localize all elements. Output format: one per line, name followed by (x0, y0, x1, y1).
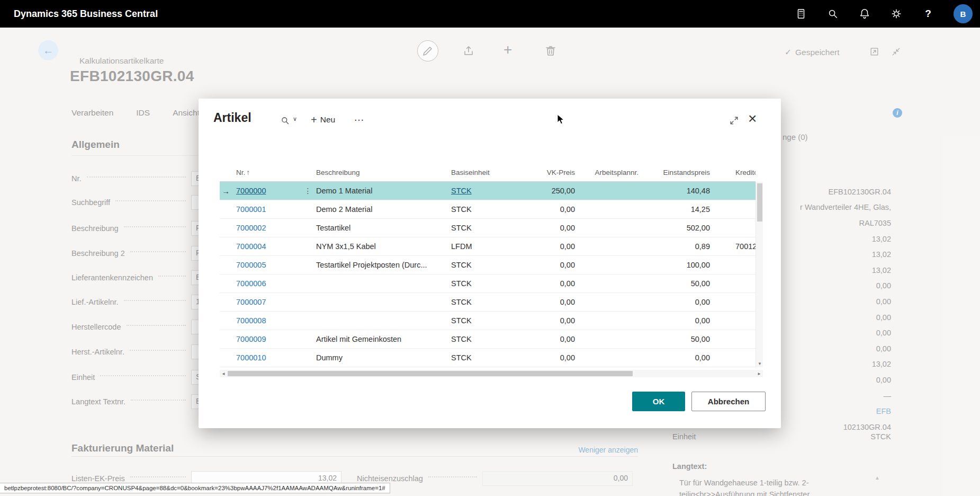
user-avatar[interactable]: B (954, 4, 973, 23)
search-chevron-down-icon[interactable]: ∨ (293, 116, 297, 122)
table-row[interactable]: 7000007 STCK 0,00 0,00 (220, 293, 756, 312)
column-header-kreditoren[interactable]: Kreditoren (713, 169, 756, 176)
cell-vk-preis: 0,00 (525, 224, 578, 232)
ellipsis-glyph: … (354, 111, 365, 123)
expand-icon (729, 116, 739, 126)
chevron-glyph: ∨ (293, 116, 297, 122)
table-header-row: Nr.↑ Beschreibung Basiseinheit VK-Preis … (220, 163, 756, 182)
row-selector-icon: → (220, 187, 233, 196)
table-row[interactable]: 7000009 Artikel mit Gemeinkosten STCK 0,… (220, 330, 756, 349)
item-number-link[interactable]: 7000007 (236, 298, 266, 306)
cell-basiseinheit: STCK (448, 335, 525, 343)
calculator-icon[interactable] (795, 7, 807, 20)
horizontal-scrollbar[interactable]: ◄ ► (220, 370, 763, 377)
cell-vk-preis: 0,00 (525, 205, 578, 214)
cell-einstandspreis: 0,00 (642, 353, 713, 362)
item-number-link[interactable]: 7000001 (236, 205, 266, 214)
plus-icon: + (311, 114, 317, 125)
table-row[interactable]: 7000006 STCK 0,00 50,00 (220, 274, 756, 293)
item-number-link[interactable]: 7000005 (236, 261, 266, 269)
cell-einstandspreis: 50,00 (642, 279, 713, 288)
expand-dialog-button[interactable] (727, 113, 741, 127)
cancel-button[interactable]: Abbrechen (691, 392, 766, 411)
search-icon (280, 116, 290, 126)
cell-vk-preis: 0,00 (525, 335, 578, 343)
column-header-einstandspreis[interactable]: Einstandspreis (642, 169, 713, 176)
cell-vk-preis: 250,00 (525, 187, 578, 195)
cell-basiseinheit: STCK (448, 261, 525, 269)
close-icon: × (748, 110, 757, 127)
cell-einstandspreis: 100,00 (642, 261, 713, 269)
table-row[interactable]: 7000010 Dummy STCK 0,00 0,00 (220, 349, 756, 367)
cell-beschreibung: Artikel mit Gemeinkosten (313, 335, 448, 343)
column-header-beschreibung[interactable]: Beschreibung (313, 169, 448, 176)
close-dialog-button[interactable]: × (748, 110, 757, 127)
cell-beschreibung: Testartikel Projektposten (Durc... (313, 261, 448, 269)
notifications-bell-icon[interactable] (858, 7, 871, 20)
cell-einstandspreis: 14,25 (642, 205, 713, 214)
items-table: Nr.↑ Beschreibung Basiseinheit VK-Preis … (220, 163, 756, 367)
dialog-title: Artikel (213, 111, 251, 125)
table-row[interactable]: 7000002 Testartikel STCK 0,00 502,00 (220, 219, 756, 237)
column-header-arbeitsplannr[interactable]: Arbeitsplannr. (578, 169, 642, 176)
item-number-link[interactable]: 7000006 (236, 279, 266, 288)
cell-einstandspreis: 50,00 (642, 335, 713, 343)
cell-vk-preis: 0,00 (525, 261, 578, 269)
cell-beschreibung: NYM 3x1,5 Kabel (313, 242, 448, 251)
table-row[interactable]: 7000004 NYM 3x1,5 Kabel LFDM 0,00 0,89 7… (220, 237, 756, 256)
table-row-selected[interactable]: → 7000000 ⋮ Demo 1 Material STCK 250,00 … (220, 182, 756, 200)
top-navigation-bar: Dynamics 365 Business Central ? B (0, 0, 980, 28)
cell-einstandspreis: 0,89 (642, 242, 713, 251)
item-number-link[interactable]: 7000002 (236, 224, 266, 232)
cell-basiseinheit: STCK (448, 205, 525, 214)
dialog-search-button[interactable] (278, 113, 292, 127)
scroll-right-icon[interactable]: ► (756, 371, 763, 376)
row-options-icon[interactable]: ⋮ (300, 187, 313, 195)
cell-basiseinheit: STCK (448, 224, 525, 232)
item-number-link[interactable]: 7000008 (236, 316, 266, 325)
new-label: Neu (320, 115, 335, 125)
cell-einstandspreis: 502,00 (642, 224, 713, 232)
horizontal-scrollbar-thumb[interactable] (228, 371, 633, 376)
scroll-left-icon[interactable]: ◄ (220, 371, 227, 376)
artikel-lookup-dialog: Artikel ∨ + Neu … × Nr.↑ Beschreibung Ba… (199, 99, 781, 428)
cell-vk-preis: 0,00 (525, 316, 578, 325)
item-number-link[interactable]: 7000010 (236, 353, 266, 362)
application-window: Dynamics 365 Business Central ? B ← Kalk… (0, 0, 980, 496)
cell-vk-preis: 0,00 (525, 298, 578, 306)
cell-basiseinheit-link[interactable]: STCK (451, 187, 472, 195)
table-row[interactable]: 7000001 Demo 2 Material STCK 0,00 14,25 (220, 200, 756, 219)
cell-basiseinheit: LFDM (448, 242, 525, 251)
cell-basiseinheit: STCK (448, 353, 525, 362)
search-icon[interactable] (826, 7, 839, 20)
cell-beschreibung: Testartikel (313, 224, 448, 232)
table-row[interactable]: 7000008 STCK 0,00 0,00 (220, 312, 756, 330)
column-header-nr[interactable]: Nr.↑ (233, 169, 300, 176)
cell-beschreibung: Dummy (313, 353, 448, 362)
dialog-new-button[interactable]: + Neu (311, 114, 335, 125)
cell-kreditor: 70012 (713, 242, 756, 251)
ok-button[interactable]: OK (632, 392, 685, 411)
cell-vk-preis: 0,00 (525, 279, 578, 288)
sort-ascending-icon: ↑ (246, 169, 250, 176)
column-header-basiseinheit[interactable]: Basiseinheit (448, 169, 525, 176)
column-header-vk-preis[interactable]: VK-Preis (525, 169, 578, 176)
help-icon[interactable]: ? (922, 7, 934, 20)
cell-basiseinheit: STCK (448, 316, 525, 325)
cell-vk-preis: 0,00 (525, 353, 578, 362)
item-number-link[interactable]: 7000004 (236, 242, 266, 251)
cell-basiseinheit: STCK (448, 279, 525, 288)
cell-vk-preis: 0,00 (525, 242, 578, 251)
settings-gear-icon[interactable] (890, 7, 903, 20)
item-number-link[interactable]: 7000000 (236, 187, 266, 195)
more-options-button[interactable]: … (354, 111, 365, 123)
status-url-bar: betlpzbeprotest:8080/BC/?company=CRONUSP… (0, 483, 390, 493)
vertical-scrollbar[interactable]: ▼ (756, 182, 763, 367)
scroll-down-icon[interactable]: ▼ (756, 361, 763, 366)
table-row[interactable]: 7000005 Testartikel Projektposten (Durc.… (220, 256, 756, 274)
item-number-link[interactable]: 7000009 (236, 335, 266, 343)
cell-beschreibung: Demo 2 Material (313, 205, 448, 214)
app-title[interactable]: Dynamics 365 Business Central (14, 8, 158, 20)
vertical-scrollbar-thumb[interactable] (757, 183, 762, 222)
cell-einstandspreis: 0,00 (642, 316, 713, 325)
